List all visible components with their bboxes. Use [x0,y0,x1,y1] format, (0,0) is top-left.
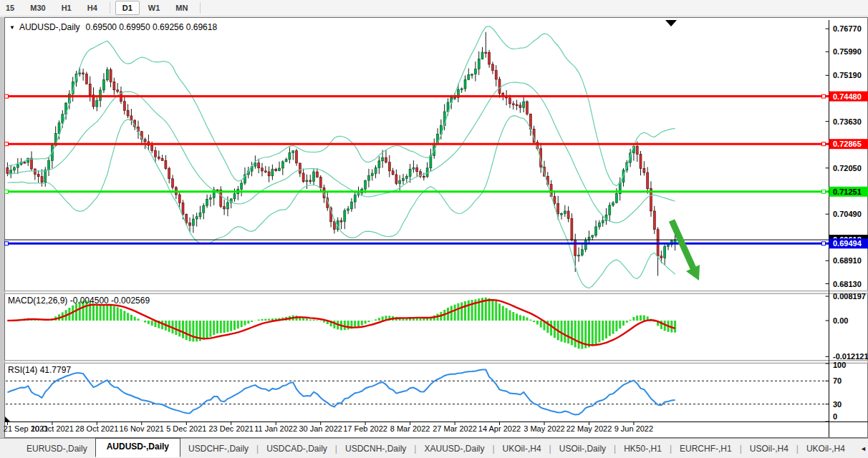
price-line-chip-1: 0.72865 [829,139,868,149]
svg-text:5 Dec 2021: 5 Dec 2021 [166,424,206,433]
svg-text:0.75990: 0.75990 [833,47,862,56]
tab-ukoil-h4-11[interactable]: UKOil-,H4 [799,440,853,457]
tab-scroll-left-icon[interactable]: ◄ [860,445,867,452]
chart-canvas[interactable]: 0.767700.759900.751900.736300.720500.704… [0,0,868,438]
timeframe-toolbar: 15M30H1H4D1W1MN [0,0,868,16]
svg-text:0.008197: 0.008197 [833,292,866,301]
timeframe-button-h4[interactable]: H4 [80,1,105,15]
svg-text:10 Oct 2021: 10 Oct 2021 [31,424,74,433]
toolbar-divider [200,2,201,14]
svg-text:27 Mar 2022: 27 Mar 2022 [433,424,477,433]
rsi-indicator-label: RSI(14) 41.7797 [8,365,71,375]
svg-text:70: 70 [833,376,842,385]
svg-text:100: 100 [833,361,846,369]
svg-text:16 Nov 2021: 16 Nov 2021 [120,424,164,433]
svg-text:30: 30 [833,400,842,409]
svg-text:0.74480: 0.74480 [833,92,862,101]
tab-eurchf-h1-9[interactable]: EURCHF-,H1 [672,440,740,457]
svg-text:17 Feb 2022: 17 Feb 2022 [343,424,387,433]
tab-usdchf-daily-2[interactable]: USDCHF-,Daily [180,440,256,457]
price-line-chip-2: 0.71251 [829,187,868,197]
svg-text:23 Dec 2021: 23 Dec 2021 [209,424,254,433]
price-line-chip-3: 0.69494 [829,238,868,248]
tab-audusd-daily-1[interactable]: AUDUSD-,Daily [95,438,180,457]
svg-text:0.72050: 0.72050 [833,164,862,172]
timeframe-button-mn[interactable]: MN [168,1,195,15]
svg-text:8 Mar 2022: 8 Mar 2022 [390,424,430,433]
tab-usoil-daily-7[interactable]: USOil-,Daily [551,440,614,457]
svg-text:11 Jan 2022: 11 Jan 2022 [254,424,297,433]
svg-text:9 Jun 2022: 9 Jun 2022 [614,424,653,433]
timeframe-button-h1[interactable]: H1 [54,1,79,15]
svg-text:-0.012121: -0.012121 [833,352,868,361]
timeframe-button-15[interactable]: 15 [0,1,21,15]
svg-text:0.72865: 0.72865 [833,140,862,148]
price-line-chip-0: 0.74480 [829,92,868,102]
tab-usoil-h4-10[interactable]: USOil-,H4 [742,440,796,457]
svg-text:3 May 2022: 3 May 2022 [524,424,564,433]
svg-text:0: 0 [833,412,837,421]
tab-usdcad-daily-3[interactable]: USDCAD-,Daily [259,440,335,457]
svg-text:0.75190: 0.75190 [833,71,862,79]
date-axis: 21 Sep 202110 Oct 202128 Oct 202116 Nov … [4,422,653,433]
svg-text:22 May 2022: 22 May 2022 [566,424,612,433]
svg-text:0.76770: 0.76770 [833,24,862,33]
tab-ukoil-h4-6[interactable]: UKOil-,H4 [495,440,549,457]
tab-xauusd-daily-5[interactable]: XAUUSD-,Daily [416,440,492,457]
svg-text:14 Apr 2022: 14 Apr 2022 [478,424,521,433]
chart-ohlc-values: 0.69500 0.69950 0.69256 0.69618 [86,22,218,32]
timeframe-button-m30[interactable]: M30 [23,1,52,15]
svg-text:0.71251: 0.71251 [833,187,862,196]
svg-text:0.69494: 0.69494 [833,239,862,248]
svg-text:30 Jan 2022: 30 Jan 2022 [299,424,342,433]
svg-text:28 Oct 2021: 28 Oct 2021 [75,424,118,433]
chart-symbol-label: AUDUSD-,Daily [19,22,80,32]
toolbar-divider [110,2,110,14]
svg-text:0.70490: 0.70490 [833,210,862,218]
timeframe-button-w1[interactable]: W1 [141,1,168,15]
tab-scroll-controls: ◄► [853,445,868,452]
svg-text:0.68910: 0.68910 [833,256,862,265]
macd-indicator-label: MACD(12,26,9) -0.004500 -0.002569 [8,296,150,306]
symbol-dropdown-icon[interactable]: ▼ [9,24,15,31]
svg-text:0.68130: 0.68130 [833,280,862,288]
timeframe-button-d1[interactable]: D1 [115,1,140,15]
tab-eurusd-daily-0[interactable]: EURUSD-,Daily [19,440,95,457]
chart-title: ▼AUDUSD-,Daily0.69500 0.69950 0.69256 0.… [9,22,217,32]
svg-text:0.00: 0.00 [833,316,848,325]
svg-text:0.73630: 0.73630 [833,117,862,126]
tab-hk50-h1-8[interactable]: HK50-,H1 [616,440,670,457]
tab-usdcnh-daily-4[interactable]: USDCNH-,Daily [337,440,414,457]
chart-tabbar: EURUSD-,DailyAUDUSD-,DailyUSDCHF-,Daily|… [0,438,868,458]
